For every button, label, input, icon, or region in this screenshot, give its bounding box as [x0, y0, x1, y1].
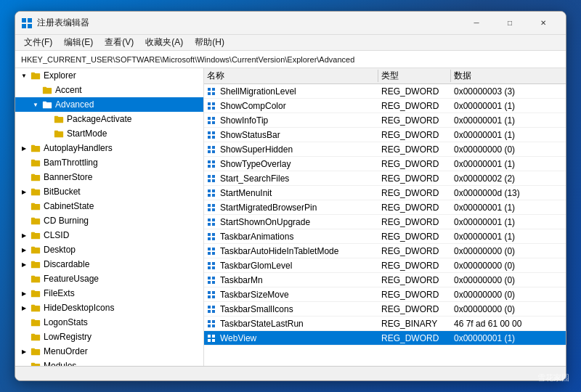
folder-icon: [30, 244, 41, 256]
registry-value-icon: [206, 144, 217, 155]
folder-icon: [30, 302, 41, 314]
cell-type: REG_DWORD: [378, 86, 451, 97]
svg-rect-70: [208, 324, 211, 327]
table-row[interactable]: TaskbarGlomLevelREG_DWORD0x00000000 (0): [204, 258, 566, 273]
tree-item-label: FeatureUsage: [44, 274, 99, 284]
cell-data: 0x00000000 (0): [451, 246, 566, 256]
svg-rect-63: [212, 295, 215, 298]
table-row[interactable]: TaskbarSizeMoveREG_DWORD0x00000000 (0): [204, 287, 566, 302]
table-row[interactable]: TaskbarAnimationsREG_DWORD0x00000001 (1): [204, 229, 566, 244]
cell-name: TaskbarSizeMove: [219, 290, 378, 300]
svg-rect-50: [208, 252, 211, 255]
tree-item-label: Modules: [44, 361, 76, 366]
maximize-button[interactable]: □: [493, 12, 527, 35]
svg-rect-67: [212, 310, 215, 313]
registry-value-icon: [206, 274, 217, 286]
svg-rect-13: [212, 117, 215, 120]
registry-value-icon: [206, 332, 217, 344]
expand-arrow-icon: [18, 271, 30, 286]
table-row[interactable]: ShowTypeOverlayREG_DWORD0x00000001 (1): [204, 157, 566, 171]
cell-data: 0x00000000 (0): [451, 144, 566, 155]
close-button[interactable]: ✕: [527, 12, 560, 35]
cell-type: REG_DWORD: [378, 275, 451, 285]
table-row[interactable]: WebViewREG_DWORD0x00000001 (1): [204, 331, 566, 346]
table-row[interactable]: StartShownOnUpgradeREG_DWORD0x00000001 (…: [204, 215, 566, 229]
table-row[interactable]: ShellMigrationLevelREG_DWORD0x00000003 (…: [204, 84, 566, 99]
tree-item-label: Advanced: [55, 99, 94, 110]
cell-data: 0x00000001 (1): [451, 159, 566, 169]
svg-rect-56: [208, 277, 211, 279]
svg-rect-34: [208, 194, 211, 197]
expand-arrow-icon: [41, 112, 53, 126]
tree-item[interactable]: CabinetState: [15, 199, 203, 213]
menu-item[interactable]: 查看(V): [99, 35, 139, 50]
svg-rect-23: [212, 150, 215, 153]
tree-item-label: CabinetState: [44, 201, 94, 211]
tree-item[interactable]: Modules: [15, 359, 203, 366]
tree-item[interactable]: ▶ AutoplayHandlers: [15, 141, 203, 155]
cell-type: REG_DWORD: [378, 101, 451, 111]
tree-item[interactable]: LowRegistry: [15, 330, 203, 344]
tree-item[interactable]: ▶ Discardable: [15, 257, 203, 271]
tree-item[interactable]: ▶ FileExts: [15, 286, 203, 301]
svg-rect-53: [212, 262, 215, 265]
tree-item-label: MenuOrder: [44, 346, 88, 356]
tree-item-label: Discardable: [44, 259, 89, 269]
svg-rect-40: [208, 219, 211, 221]
svg-rect-30: [208, 179, 211, 182]
registry-value-icon: [206, 158, 217, 170]
tree-item[interactable]: LogonStats: [15, 315, 203, 330]
expand-arrow-icon: ▶: [18, 344, 30, 359]
tree-item[interactable]: FeatureUsage: [15, 271, 203, 286]
table-row[interactable]: TaskbarMnREG_DWORD0x00000000 (0): [204, 273, 566, 287]
tree-panel[interactable]: ▼ Explorer Accent▼ Advanced PackageActiv…: [15, 68, 204, 366]
table-row[interactable]: Start_SearchFilesREG_DWORD0x00000002 (2): [204, 171, 566, 186]
svg-rect-55: [212, 266, 215, 269]
table-row[interactable]: ShowSuperHiddenREG_DWORD0x00000000 (0): [204, 142, 566, 157]
registry-value-icon: [206, 260, 217, 271]
cell-type: REG_DWORD: [378, 188, 451, 198]
tree-item[interactable]: PackageActivate: [15, 112, 203, 126]
svg-rect-66: [208, 310, 211, 313]
menu-item[interactable]: 编辑(E): [58, 35, 99, 50]
tree-item[interactable]: ▶ CLSID: [15, 228, 203, 242]
tree-item[interactable]: Accent: [15, 83, 203, 97]
tree-item-label: CD Burning: [44, 216, 89, 226]
tree-item[interactable]: ▶ HideDesktopIcons: [15, 301, 203, 315]
minimize-button[interactable]: ─: [460, 12, 493, 35]
table-row[interactable]: StartMigratedBrowserPinREG_DWORD0x000000…: [204, 200, 566, 215]
tree-item[interactable]: BannerStore: [15, 170, 203, 184]
tree-item-label: FileExts: [44, 288, 75, 298]
menu-item[interactable]: 收藏夹(A): [139, 35, 189, 50]
tree-item[interactable]: CD Burning: [15, 213, 203, 228]
tree-item[interactable]: ▶ MenuOrder: [15, 344, 203, 359]
table-row[interactable]: TaskbarAutoHideInTabletModeREG_DWORD0x00…: [204, 244, 566, 258]
cell-type: REG_DWORD: [378, 246, 451, 256]
folder-icon: [30, 273, 41, 285]
tree-item[interactable]: BamThrottling: [15, 155, 203, 170]
folder-icon: [30, 258, 41, 270]
table-row[interactable]: TaskbarStateLastRunREG_BINARY46 7f ad 61…: [204, 317, 566, 331]
cell-name: ShellMigrationLevel: [219, 86, 378, 97]
table-row[interactable]: ShowCompColorREG_DWORD0x00000001 (1): [204, 99, 566, 113]
watermark: 雪花家园: [537, 372, 569, 383]
tree-item[interactable]: StartMode: [15, 126, 203, 141]
registry-value-icon: [206, 289, 217, 301]
tree-item[interactable]: ▶ BitBucket: [15, 184, 203, 199]
tree-item-label: BannerStore: [44, 172, 92, 182]
tree-item[interactable]: ▼ Advanced: [15, 97, 203, 112]
table-row[interactable]: ShowInfoTipREG_DWORD0x00000001 (1): [204, 113, 566, 128]
expand-arrow-icon: [18, 199, 30, 213]
col-header-name: 名称: [204, 70, 378, 82]
tree-item[interactable]: ▶ Desktop: [15, 242, 203, 257]
menu-item[interactable]: 帮助(H): [189, 35, 230, 50]
svg-rect-18: [208, 136, 211, 139]
svg-rect-1: [28, 18, 32, 23]
tree-item[interactable]: ▼ Explorer: [15, 68, 203, 83]
table-row[interactable]: ShowStatusBarREG_DWORD0x00000001 (1): [204, 128, 566, 142]
table-row[interactable]: TaskbarSmallIconsREG_DWORD0x00000000 (0): [204, 302, 566, 317]
svg-rect-72: [208, 335, 211, 338]
menu-item[interactable]: 文件(F): [18, 35, 58, 50]
detail-panel[interactable]: 名称 类型 数据 ShellMigrationLevelREG_DWORD0x0…: [204, 68, 566, 366]
table-row[interactable]: StartMenuInitREG_DWORD0x0000000d (13): [204, 186, 566, 200]
